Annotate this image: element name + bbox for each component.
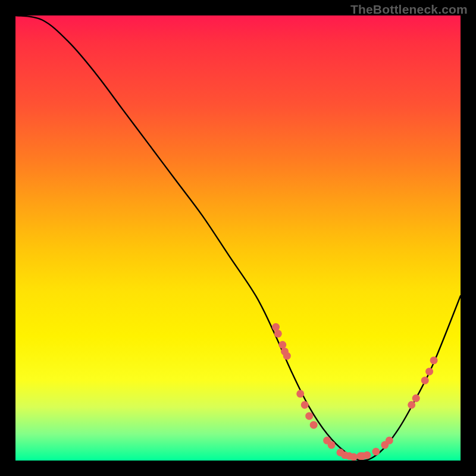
curve-marker	[278, 341, 286, 349]
curve-marker	[430, 356, 438, 364]
curve-svg	[15, 15, 461, 461]
curve-marker	[328, 441, 336, 449]
curve-marker	[408, 401, 415, 409]
curve-marker	[305, 412, 313, 420]
curve-marker	[310, 421, 318, 429]
curve-marker	[421, 377, 429, 384]
watermark-text: TheBottleneck.com	[350, 2, 468, 17]
curve-marker	[283, 352, 291, 360]
curve-marker	[272, 323, 280, 331]
curve-marker	[274, 330, 282, 337]
bottleneck-curve	[15, 15, 461, 461]
chart-plot-area	[15, 15, 461, 461]
curve-marker	[412, 394, 420, 402]
curve-marker	[301, 401, 309, 409]
curve-marker	[296, 390, 304, 397]
curve-marker	[363, 452, 371, 459]
curve-marker	[425, 368, 433, 375]
curve-markers	[272, 323, 437, 461]
curve-marker	[350, 453, 358, 461]
curve-marker	[372, 448, 380, 456]
curve-marker	[386, 437, 393, 444]
